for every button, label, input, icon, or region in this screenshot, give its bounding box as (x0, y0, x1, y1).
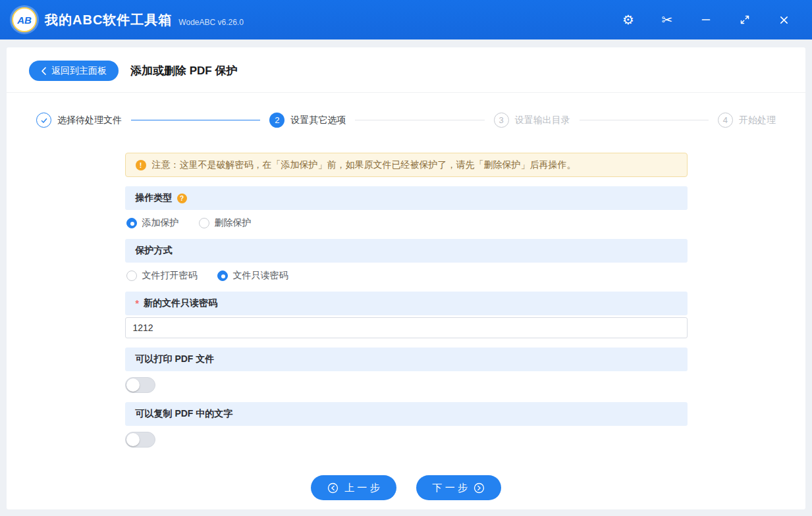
next-step-button[interactable]: 下 一 步 (416, 475, 501, 500)
main-panel: 返回到主面板 添加或删除 PDF 保护 选择待处理文件 2 设置其它选项 3 设… (7, 47, 805, 509)
warning-icon: ! (136, 160, 146, 170)
protection-method-header: 保护方式 (125, 239, 688, 263)
step-number: 2 (269, 113, 284, 128)
radio-remove-protection[interactable]: 删除保护 (199, 217, 252, 229)
settings-gear-icon[interactable]: ⚙ (621, 13, 636, 27)
step-label: 设置其它选项 (290, 115, 346, 126)
radio-label: 删除保护 (215, 217, 252, 229)
password-header: * 新的文件只读密码 (125, 292, 688, 315)
circle-arrow-right-icon (474, 482, 485, 494)
prev-step-button[interactable]: 上 一 步 (311, 475, 396, 500)
notice-banner: ! 注意：这里不是破解密码，在「添加保护」前，如果原文件已经被保护了，请先「删除… (125, 153, 688, 177)
radio-label: 文件只读密码 (233, 270, 288, 282)
radio-open-password[interactable]: 文件打开密码 (126, 270, 198, 282)
step-label: 设置输出目录 (515, 115, 570, 126)
allow-print-header: 可以打印 PDF 文件 (125, 348, 688, 371)
page-header: 返回到主面板 添加或删除 PDF 保护 (7, 47, 805, 92)
radio-unselected-icon (126, 271, 137, 281)
step-label: 选择待处理文件 (57, 115, 122, 126)
app-logo-text: AB (17, 14, 32, 26)
radio-selected-icon (217, 271, 228, 281)
titlebar: AB 我的ABC软件工具箱 WodeABC v6.26.0 ⚙ ✂ (0, 0, 812, 39)
page-title: 添加或删除 PDF 保护 (130, 63, 237, 78)
operation-type-header: 操作类型 ? (125, 186, 688, 210)
step-connector (131, 120, 260, 120)
radio-label: 文件打开密码 (142, 270, 198, 282)
step-label: 开始处理 (739, 115, 776, 126)
step-connector (355, 120, 484, 120)
next-step-label: 下 一 步 (433, 482, 468, 494)
step-set-options: 2 设置其它选项 (269, 113, 346, 128)
back-button-label: 返回到主面板 (51, 65, 107, 77)
close-icon[interactable] (776, 13, 791, 27)
allow-copy-header: 可以复制 PDF 中的文字 (125, 402, 688, 426)
form-content: ! 注意：这里不是破解密码，在「添加保护」前，如果原文件已经被保护了，请先「删除… (125, 153, 688, 500)
protection-method-options: 文件打开密码 文件只读密码 (126, 270, 686, 282)
step-number: 4 (718, 113, 733, 128)
toggle-knob (126, 433, 140, 446)
password-input[interactable] (125, 317, 688, 338)
radio-readonly-password[interactable]: 文件只读密码 (217, 270, 288, 282)
toggle-knob (126, 378, 140, 392)
operation-type-label: 操作类型 (136, 192, 173, 204)
radio-label: 添加保护 (142, 217, 179, 229)
window-controls: ⚙ ✂ (621, 13, 800, 27)
minimize-icon[interactable] (699, 13, 713, 27)
app-title: 我的ABC软件工具箱 (45, 11, 172, 29)
maximize-icon[interactable] (738, 13, 752, 27)
scissors-icon[interactable]: ✂ (660, 13, 674, 27)
help-icon[interactable]: ? (177, 194, 187, 203)
allow-copy-toggle[interactable] (125, 432, 155, 448)
app-logo-icon: AB (12, 7, 37, 32)
step-select-files: 选择待处理文件 (36, 113, 122, 128)
wizard-navigation: 上 一 步 下 一 步 (125, 475, 688, 500)
back-to-dashboard-button[interactable]: 返回到主面板 (29, 61, 119, 81)
app-version: WodeABC v6.26.0 (178, 18, 244, 27)
circle-arrow-left-icon (327, 482, 338, 494)
allow-print-toggle[interactable] (125, 377, 155, 393)
password-label: 新的文件只读密码 (144, 297, 217, 309)
step-check-icon (36, 113, 51, 128)
notice-text: 注意：这里不是破解密码，在「添加保护」前，如果原文件已经被保护了，请先「删除保护… (152, 159, 576, 171)
prev-step-label: 上 一 步 (344, 482, 379, 494)
protection-method-label: 保护方式 (136, 245, 173, 257)
step-indicator: 选择待处理文件 2 设置其它选项 3 设置输出目录 4 开始处理 (7, 93, 805, 145)
chevron-left-icon (41, 67, 47, 75)
radio-add-protection[interactable]: 添加保护 (126, 217, 179, 229)
allow-copy-label: 可以复制 PDF 中的文字 (136, 408, 233, 420)
step-connector (580, 120, 709, 120)
step-number: 3 (494, 113, 509, 128)
allow-print-label: 可以打印 PDF 文件 (136, 353, 215, 365)
operation-type-options: 添加保护 删除保护 (126, 217, 686, 229)
step-start-process: 4 开始处理 (718, 113, 776, 128)
step-output-dir: 3 设置输出目录 (494, 113, 570, 128)
radio-selected-icon (126, 218, 137, 228)
radio-unselected-icon (199, 218, 209, 228)
required-asterisk: * (136, 298, 139, 309)
